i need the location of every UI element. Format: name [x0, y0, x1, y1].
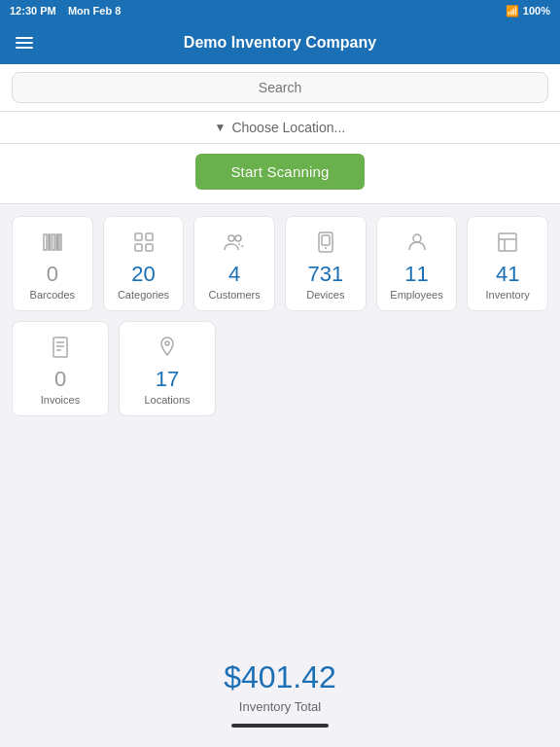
bottom-total: $401.42 Inventory Total: [0, 659, 560, 728]
svg-rect-1: [49, 234, 51, 250]
home-bar: [231, 724, 329, 728]
header-title: Demo Inventory Company: [184, 34, 376, 52]
customers-label: Customers: [209, 289, 261, 301]
customers-count: 4: [228, 264, 240, 285]
devices-icon: [314, 231, 337, 258]
svg-rect-8: [146, 244, 153, 251]
svg-point-22: [165, 341, 169, 345]
devices-label: Devices: [306, 289, 344, 301]
svg-rect-5: [135, 233, 142, 240]
svg-point-14: [413, 234, 421, 242]
header: Demo Inventory Company: [0, 21, 560, 64]
svg-rect-2: [52, 234, 54, 250]
card-invoices[interactable]: 0Invoices: [12, 321, 109, 416]
locations-icon: [156, 336, 179, 363]
devices-count: 731: [307, 264, 343, 285]
card-locations[interactable]: 17Locations: [119, 321, 216, 416]
start-scanning-button[interactable]: Start Scanning: [195, 154, 364, 190]
card-inventory[interactable]: 41Inventory: [467, 216, 548, 311]
battery-icon: 100%: [523, 5, 550, 17]
svg-rect-3: [56, 234, 58, 250]
svg-rect-15: [499, 233, 516, 251]
dashboard-grid: 0Barcodes20Categories4Customers731Device…: [0, 204, 560, 428]
employees-count: 11: [404, 264, 428, 285]
inventory-total-label: Inventory Total: [239, 699, 321, 714]
card-devices[interactable]: 731Devices: [285, 216, 367, 311]
status-bar: 12:30 PM Mon Feb 8 📶 100%: [0, 0, 560, 21]
status-icons: 📶 100%: [506, 5, 550, 18]
customers-icon: [223, 231, 246, 258]
inventory-icon: [496, 231, 519, 258]
inventory-count: 41: [496, 264, 519, 285]
svg-point-9: [228, 235, 234, 241]
categories-label: Categories: [118, 289, 169, 301]
invoices-icon: [49, 336, 72, 363]
scan-container: Start Scanning: [0, 144, 560, 204]
svg-point-10: [235, 235, 241, 241]
employees-label: Employees: [390, 289, 442, 301]
wifi-icon: 📶: [506, 5, 519, 18]
barcodes-count: 0: [47, 264, 58, 285]
inventory-total-amount: $401.42: [224, 659, 336, 695]
categories-count: 20: [131, 264, 155, 285]
barcodes-icon: [41, 231, 64, 258]
card-customers[interactable]: 4Customers: [193, 216, 275, 311]
barcodes-label: Barcodes: [30, 289, 75, 301]
locations-label: Locations: [144, 394, 190, 406]
employees-icon: [405, 231, 429, 258]
inventory-label: Inventory: [486, 289, 530, 301]
invoices-count: 0: [54, 369, 66, 390]
location-container: ▼ Choose Location...: [0, 112, 560, 144]
svg-rect-7: [135, 244, 142, 251]
invoices-label: Invoices: [41, 394, 80, 406]
menu-button[interactable]: [16, 37, 33, 49]
location-arrow-icon: ▼: [215, 121, 227, 134]
status-time-date: 12:30 PM Mon Feb 8: [10, 5, 121, 17]
categories-icon: [132, 231, 156, 258]
svg-rect-6: [146, 233, 153, 240]
svg-rect-4: [59, 234, 61, 250]
svg-rect-18: [53, 338, 67, 357]
search-input[interactable]: [12, 72, 548, 103]
card-categories[interactable]: 20Categories: [103, 216, 185, 311]
card-employees[interactable]: 11Employees: [376, 216, 458, 311]
locations-count: 17: [156, 369, 179, 390]
search-container: [0, 64, 560, 112]
location-select[interactable]: Choose Location...: [231, 120, 345, 135]
svg-rect-0: [44, 234, 47, 250]
svg-rect-12: [322, 235, 330, 245]
card-barcodes[interactable]: 0Barcodes: [12, 216, 93, 311]
